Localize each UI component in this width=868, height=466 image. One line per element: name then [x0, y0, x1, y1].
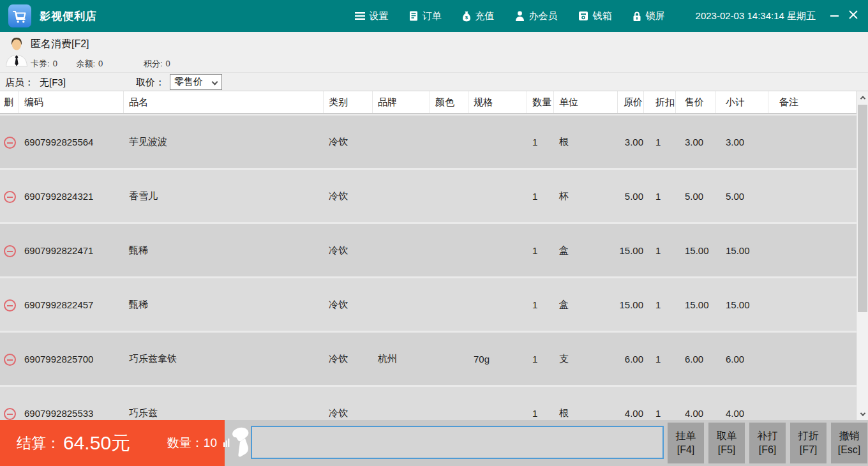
menu-item-lockscreen[interactable]: 锁屏 — [632, 10, 665, 22]
cancel-button[interactable]: 撤销 [Esc] — [831, 423, 867, 463]
function-buttons: 挂单 [F4] 取单 [F5] 补打 [F6] 打折 [F7] 撤销 [Esc] — [668, 420, 868, 466]
clerk-label: 店员： — [5, 77, 34, 89]
col-header-qty: 数量 — [527, 91, 554, 113]
cell-name: 巧乐兹 — [124, 407, 324, 419]
button-hotkey: [F5] — [718, 443, 736, 457]
balance-label: 余额: — [76, 59, 95, 68]
cashbox-icon — [578, 11, 588, 21]
clerk-bar: 店员： 无[F3] 取价： 零售价 — [0, 72, 868, 91]
cell-name: 甄稀 — [124, 299, 324, 311]
minimize-button[interactable] — [825, 0, 844, 32]
titlebar: 影视便利店 设置 订单 $ 充值 — [0, 0, 868, 32]
total-label: 结算： — [17, 433, 61, 453]
cell-category: 冷饮 — [324, 299, 373, 311]
col-header-brand: 品牌 — [373, 91, 430, 113]
table-scrollbar[interactable] — [857, 91, 868, 420]
scrollbar-up-button[interactable] — [857, 92, 868, 103]
discount-button[interactable]: 打折 [F7] — [790, 423, 827, 463]
points-stat: 积分:0 — [144, 59, 170, 68]
cell-price: 3.00 — [618, 137, 644, 147]
delete-item-button[interactable] — [0, 189, 19, 204]
cell-qty: 1 — [527, 191, 554, 202]
retrieve-order-button[interactable]: 取单 [F5] — [708, 423, 745, 463]
col-header-sale: 售价 — [676, 91, 716, 113]
cell-qty: 1 — [527, 137, 554, 147]
cell-unit: 根 — [554, 407, 618, 419]
coupon-value: 0 — [53, 59, 57, 68]
menu-label: 充值 — [475, 10, 495, 22]
cell-category: 冷饮 — [324, 136, 373, 148]
cell-name: 甄稀 — [124, 244, 324, 257]
receipt-icon — [409, 11, 418, 21]
quantity-group: 数量： 10 — [167, 435, 225, 451]
cell-brand: 杭州 — [373, 353, 430, 365]
minimize-icon — [830, 15, 839, 17]
delete-item-button[interactable] — [0, 406, 19, 420]
pos-app: 影视便利店 设置 订单 $ 充值 — [0, 0, 868, 466]
cell-unit: 盒 — [554, 299, 618, 311]
balance-stat: 余额:0 — [76, 59, 103, 68]
cell-sale: 15.00 — [676, 245, 716, 256]
delete-item-button[interactable] — [0, 352, 19, 366]
menu-item-membership[interactable]: 办会员 — [515, 10, 558, 22]
menu-item-cashdrawer[interactable]: 钱箱 — [578, 10, 612, 22]
cell-price: 4.00 — [618, 408, 644, 419]
scrollbar-down-icon — [860, 410, 865, 416]
cell-subtotal: 5.00 — [716, 191, 768, 202]
coupon-stat: 卡券:0 — [31, 59, 57, 68]
cell-subtotal: 3.00 — [716, 137, 768, 147]
anonymous-customer-button[interactable]: 匿名消费[F2] — [31, 38, 89, 51]
price-type-value: 零售价 — [174, 76, 203, 88]
cell-subtotal: 4.00 — [716, 408, 768, 419]
hamburger-icon — [355, 11, 365, 20]
cell-subtotal: 15.00 — [716, 245, 768, 256]
menu-label: 订单 — [423, 10, 442, 22]
cell-unit: 杯 — [554, 190, 618, 202]
cell-discount: 1 — [644, 354, 676, 365]
member-icon — [515, 11, 525, 21]
col-header-name: 品名 — [124, 91, 324, 113]
col-header-delete: 删 — [0, 91, 19, 113]
cell-discount: 1 — [644, 299, 676, 310]
menu-item-orders[interactable]: 订单 — [409, 10, 442, 22]
col-header-discount: 折扣 — [644, 91, 676, 113]
quantity-value: 10 — [204, 436, 217, 450]
remove-icon — [4, 299, 16, 312]
reprint-button[interactable]: 补打 [F6] — [749, 423, 786, 463]
col-header-subtotal: 小计 — [716, 91, 768, 113]
col-header-color: 颜色 — [430, 91, 468, 113]
price-type-select[interactable]: 零售价 — [170, 74, 222, 90]
cell-name: 芋见波波 — [124, 136, 324, 148]
delete-item-button[interactable] — [0, 135, 19, 149]
scrollbar-thumb[interactable] — [858, 105, 867, 312]
cell-spec: 70g — [468, 354, 527, 365]
col-header-unit: 单位 — [554, 91, 618, 113]
scrollbar-down-button[interactable] — [857, 409, 868, 419]
button-hotkey: [F6] — [759, 443, 777, 457]
balance-value: 0 — [98, 59, 103, 68]
cell-category: 冷饮 — [324, 407, 373, 419]
close-button[interactable] — [844, 0, 863, 32]
button-hotkey: [Esc] — [838, 443, 861, 457]
cell-sale: 5.00 — [676, 191, 716, 202]
hold-order-button[interactable]: 挂单 [F4] — [668, 423, 704, 463]
cell-discount: 1 — [644, 408, 676, 419]
table-body: 6907992825564 芋见波波 冷饮 1 根 3.00 1 3.00 3.… — [0, 114, 857, 420]
cell-sale: 4.00 — [676, 408, 716, 419]
menu-label: 钱箱 — [593, 10, 612, 22]
cell-code: 6907992825700 — [19, 354, 124, 365]
menu-label: 办会员 — [529, 10, 558, 22]
checkout-total-block[interactable]: 结算： 64.50元 数量： 10 — [0, 420, 225, 466]
delete-item-button[interactable] — [0, 243, 19, 258]
close-icon — [849, 10, 858, 22]
barcode-scanner-icon — [223, 425, 252, 461]
clerk-select-button[interactable]: 无[F3] — [40, 77, 66, 89]
menu-item-settings[interactable]: 设置 — [355, 10, 389, 22]
barcode-input[interactable] — [251, 426, 664, 459]
menu-item-recharge[interactable]: $ 充值 — [462, 10, 495, 22]
customer-stats: 卡券:0 余额:0 积分:0 — [31, 58, 187, 70]
col-header-category: 类别 — [324, 91, 373, 113]
cell-code: 6907992825533 — [19, 408, 124, 419]
total-value: 64.50元 — [63, 430, 130, 456]
delete-item-button[interactable] — [0, 297, 19, 312]
